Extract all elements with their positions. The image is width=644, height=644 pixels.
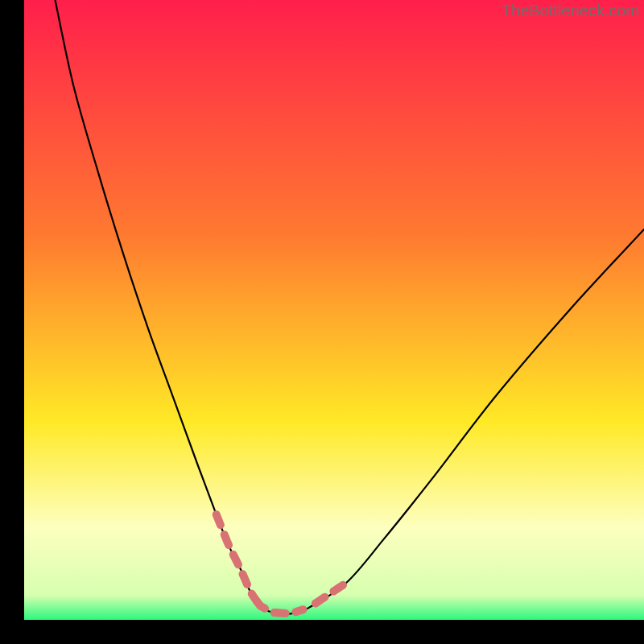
chart-frame [24, 0, 644, 620]
plot-svg [24, 0, 644, 620]
watermark-text: TheBottleneck.com [502, 2, 639, 20]
gradient-background [24, 0, 644, 620]
